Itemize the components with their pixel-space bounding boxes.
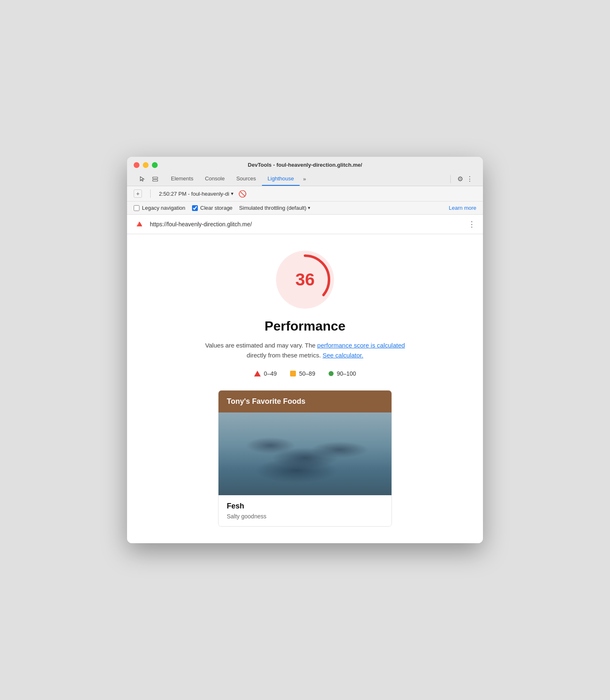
card-item-desc: Salty goodness [227,513,383,520]
legend-range-green: 90–100 [337,370,356,377]
title-bar: DevTools - foul-heavenly-direction.glitc… [127,157,483,186]
devtools-right-icons: ⚙ ⋮ [447,175,473,183]
browser-window: DevTools - foul-heavenly-direction.glitc… [127,157,483,543]
learn-more-link[interactable]: Learn more [449,205,476,211]
site-card: Tony's Favorite Foods Fesh Salty goodnes… [218,390,392,527]
throttling-arrow: ▾ [308,205,310,211]
minimize-button[interactable] [143,162,149,168]
performance-score: 36 [295,270,315,290]
session-selector[interactable]: 2:50:27 PM - foul-heavenly-di ▾ [159,191,233,197]
close-button[interactable] [134,162,139,168]
main-content: 36 Performance Values are estimated and … [127,234,483,543]
throttling-selector[interactable]: Simulated throttling (default) ▾ [239,205,311,211]
red-triangle-icon [254,371,261,376]
devtools-icons [137,174,160,184]
clear-storage-checkbox[interactable] [192,205,198,211]
legacy-nav-checkbox[interactable] [134,205,139,211]
devtools-menu-icon[interactable]: ⋮ [466,175,473,183]
legend-item-orange: 50–89 [290,370,315,377]
card-body: Fesh Salty goodness [219,495,391,526]
performance-title: Performance [264,319,346,334]
legend-range-orange: 50–89 [299,370,315,377]
tab-sources[interactable]: Sources [231,172,262,186]
card-image [219,412,391,495]
card-header: Tony's Favorite Foods [219,391,391,412]
score-legend: 0–49 50–89 90–100 [254,370,356,377]
fish-photo [219,412,391,495]
throttling-label: Simulated throttling (default) [239,205,307,211]
url-menu-icon[interactable]: ⋮ [468,220,476,229]
traffic-lights [134,162,158,168]
devtools-tab-bar: Elements Console Sources Lighthouse » ⚙ … [134,172,476,186]
green-circle-icon [329,371,334,376]
no-entry-icon[interactable]: 🚫 [238,190,247,198]
desc-text: Values are estimated and may vary. The [205,342,317,349]
clear-storage-option[interactable]: Clear storage [192,205,233,211]
settings-icon[interactable]: ⚙ [457,175,463,183]
toolbar-divider [150,189,151,198]
legend-item-green: 90–100 [329,370,356,377]
card-item-title: Fesh [227,502,383,511]
tab-console[interactable]: Console [199,172,231,186]
legend-range-red: 0–49 [264,370,277,377]
window-title: DevTools - foul-heavenly-direction.glitc… [248,162,362,168]
page-url: https://foul-heavenly-direction.glitch.m… [150,221,463,228]
lighthouse-icon: 🔺 [134,219,145,230]
session-time: 2:50:27 PM - foul-heavenly-di [159,191,229,197]
tab-elements[interactable]: Elements [165,172,199,186]
svg-rect-0 [153,177,158,179]
legend-item-red: 0–49 [254,370,277,377]
devtools-toolbar: + 2:50:27 PM - foul-heavenly-di ▾ 🚫 [127,186,483,201]
options-row: Legacy navigation Clear storage Simulate… [127,201,483,215]
orange-square-icon [290,371,296,376]
session-dropdown-arrow: ▾ [231,191,233,197]
maximize-button[interactable] [152,162,158,168]
card-site-title: Tony's Favorite Foods [227,397,383,406]
cursor-icon[interactable] [137,174,147,184]
calculator-link[interactable]: See calculator. [322,352,363,359]
add-session-button[interactable]: + [134,189,142,198]
score-circle-container: 36 [276,251,334,309]
mid-text: directly from these metrics. [247,352,322,359]
performance-description: Values are estimated and may vary. The p… [197,340,413,360]
perf-score-link[interactable]: performance score is calculated [317,342,405,349]
legacy-nav-option[interactable]: Legacy navigation [134,205,185,211]
svg-rect-1 [153,180,158,181]
divider [450,175,451,183]
url-bar: 🔺 https://foul-heavenly-direction.glitch… [127,215,483,234]
clear-storage-label: Clear storage [200,205,233,211]
more-tabs-button[interactable]: » [300,173,309,185]
layers-icon[interactable] [150,174,160,184]
tab-lighthouse[interactable]: Lighthouse [262,172,300,186]
legacy-nav-label: Legacy navigation [142,205,185,211]
